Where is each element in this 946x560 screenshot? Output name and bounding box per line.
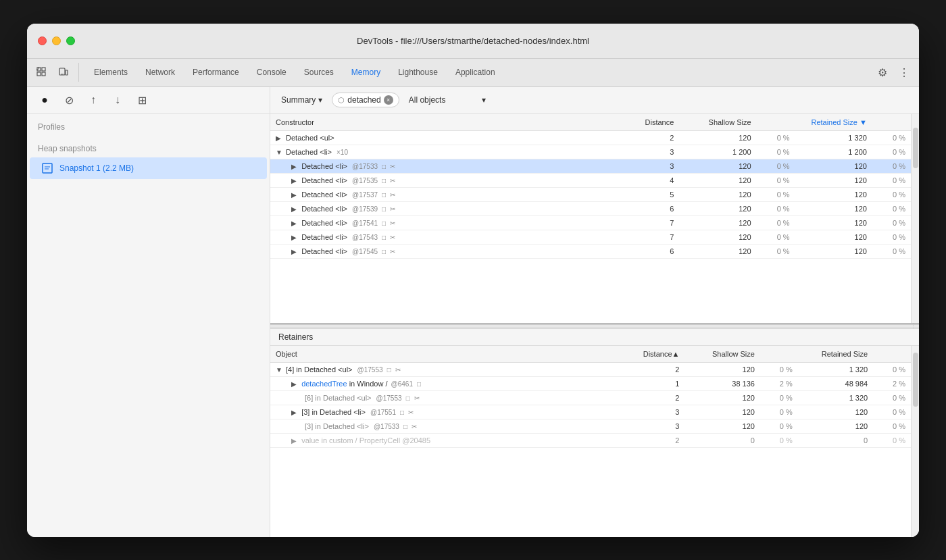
- node-icon: □: [400, 409, 404, 416]
- devtools-window: DevTools - file:///Users/stmarthe/detach…: [27, 24, 919, 537]
- lower-scrollbar-thumb[interactable]: [913, 353, 918, 407]
- expand-arrow[interactable]: ▶: [291, 234, 299, 241]
- node-icon: □: [417, 380, 421, 388]
- lower-table-container[interactable]: Object Distance▲ Shallow Size Retained S…: [270, 346, 911, 537]
- row-object: ▶ [3] in Detached <li> @17551 □ ✂: [270, 405, 609, 419]
- table-row[interactable]: ▶ Detached <li> @17545 □ ✂ 6 120: [270, 244, 911, 258]
- tab-performance[interactable]: Performance: [184, 65, 247, 80]
- table-row[interactable]: ▶ detachedTree in Window / @6461 □ 1 38 …: [270, 376, 911, 390]
- row-distance: 3: [618, 145, 679, 159]
- table-row[interactable]: ▶ [3] in Detached <li> @17551 □ ✂ 3 120: [270, 405, 911, 419]
- summary-dropdown[interactable]: Summary ▾: [276, 93, 328, 107]
- panel-toolbar: Summary ▾ ⬡ detached × All objects ▾: [270, 87, 919, 114]
- row-distance: 3: [618, 159, 679, 173]
- expand-arrow[interactable]: ▶: [276, 134, 284, 142]
- expand-arrow[interactable]: ▶: [291, 248, 299, 255]
- row-shallow-pct: 0 %: [757, 145, 795, 159]
- expand-arrow[interactable]: ▶: [291, 380, 299, 388]
- upper-scrollbar[interactable]: [911, 114, 919, 323]
- filter-close-button[interactable]: ×: [384, 95, 393, 105]
- tab-application[interactable]: Application: [447, 65, 503, 80]
- row-constructor: ▶ Detached <li> @17533 □ ✂: [270, 159, 618, 173]
- row-retained: 0: [798, 433, 874, 447]
- row-shallow: 120: [679, 230, 756, 244]
- row-distance: 3: [609, 405, 685, 419]
- cut-icon: ✂: [390, 205, 395, 213]
- row-shallow-pct: 0 %: [757, 187, 795, 201]
- table-row[interactable]: ▶ Detached <li> @17543 □ ✂ 7 120: [270, 230, 911, 244]
- expand-arrow[interactable]: ▼: [276, 149, 284, 156]
- table-row[interactable]: ▼ Detached <li> ×10 3 1 200 0 % 1 200: [270, 145, 911, 159]
- table-row[interactable]: ▶ Detached <li> @17541 □ ✂ 7 120: [270, 215, 911, 230]
- upper-table-container[interactable]: Constructor Distance Shallow Size Retain…: [270, 114, 911, 303]
- tab-console[interactable]: Console: [249, 65, 295, 80]
- filter-icon: ⬡: [338, 96, 345, 105]
- tab-sources[interactable]: Sources: [296, 65, 342, 80]
- maximize-button[interactable]: [66, 36, 75, 45]
- row-retained: 120: [795, 187, 872, 201]
- row-constructor: ▶ Detached <li> @17535 □ ✂: [270, 173, 618, 187]
- row-shallow: 120: [679, 244, 756, 258]
- expand-arrow[interactable]: ▶: [291, 409, 299, 416]
- tab-elements[interactable]: Elements: [86, 65, 136, 80]
- th-retained-size[interactable]: Retained Size ▼: [795, 114, 872, 131]
- row-object: ▶ value in custom / PropertyCell @20485: [270, 433, 609, 447]
- settings-icon[interactable]: ⚙: [873, 63, 892, 82]
- clear-button[interactable]: ⊘: [59, 91, 78, 109]
- upper-scrollbar-thumb[interactable]: [913, 128, 918, 168]
- snapshot-item[interactable]: Snapshot 1 (2.2 MB): [30, 157, 267, 179]
- filter-icon[interactable]: ⊞: [132, 91, 151, 109]
- ret-link[interactable]: detachedTree: [301, 380, 347, 388]
- table-row[interactable]: ▶ Detached <li> @17537 □ ✂ 5 120: [270, 187, 911, 201]
- table-row[interactable]: ▶ Detached <li> @17533 □ ✂ 3 120: [270, 159, 911, 173]
- row-constructor: ▶ Detached <li> @17543 □ ✂: [270, 230, 618, 244]
- minimize-button[interactable]: [52, 36, 61, 45]
- table-row[interactable]: [3] in Detached <li> @17533 □ ✂ 3 120 0 …: [270, 419, 911, 433]
- all-objects-arrow: ▾: [482, 95, 486, 105]
- row-retained-pct: 0 %: [872, 187, 911, 201]
- save-button[interactable]: ↓: [108, 91, 127, 109]
- row-retained-pct: 0 %: [873, 390, 911, 405]
- inspect-icon[interactable]: [32, 63, 51, 82]
- load-button[interactable]: ↑: [84, 91, 103, 109]
- expand-arrow[interactable]: ▶: [291, 177, 299, 184]
- expand-arrow[interactable]: ▶: [291, 437, 299, 444]
- row-retained-pct: 0 %: [872, 159, 911, 173]
- row-retained-pct: 0 %: [873, 405, 911, 419]
- tab-bar: Elements Network Performance Console Sou…: [27, 59, 919, 87]
- expand-arrow[interactable]: ▶: [291, 191, 299, 199]
- more-options-icon[interactable]: ⋮: [895, 63, 914, 82]
- expand-arrow[interactable]: ▶: [291, 163, 299, 170]
- row-constructor: ▶ Detached <li> @17541 □ ✂: [270, 215, 618, 230]
- heap-snapshots-label: Heap snapshots: [27, 136, 270, 157]
- row-distance: 5: [618, 187, 679, 201]
- close-button[interactable]: [38, 36, 47, 45]
- table-row[interactable]: ▶ Detached <ul> 2 120 0 % 1 320 0 %: [270, 130, 911, 145]
- all-objects-dropdown[interactable]: All objects ▾: [403, 93, 492, 107]
- tab-lighthouse[interactable]: Lighthouse: [390, 65, 446, 80]
- profiles-label: Profiles: [27, 114, 270, 136]
- lower-scrollbar[interactable]: [911, 346, 919, 537]
- row-retained-pct: 0 %: [873, 362, 911, 376]
- table-row[interactable]: ▼ [4] in Detached <ul> @17553 □ ✂ 2 120: [270, 362, 911, 376]
- svg-rect-2: [42, 68, 45, 71]
- expand-arrow[interactable]: ▶: [291, 220, 299, 227]
- table-row[interactable]: [6] in Detached <ul> @17553 □ ✂ 2 120 0 …: [270, 390, 911, 405]
- table-row[interactable]: ▶ Detached <li> @17535 □ ✂ 4 120: [270, 173, 911, 187]
- expand-arrow[interactable]: ▼: [276, 366, 284, 374]
- row-retained: 120: [795, 159, 872, 173]
- table-row[interactable]: ▶ Detached <li> @17539 □ ✂ 6 120: [270, 201, 911, 215]
- retainers-header: Retainers: [270, 328, 919, 346]
- row-constructor: ▶ Detached <li> @17537 □ ✂: [270, 187, 618, 201]
- row-distance: 7: [618, 230, 679, 244]
- node-icon: □: [382, 220, 386, 227]
- row-shallow-pct: 0 %: [757, 244, 795, 258]
- table-row[interactable]: ▶ value in custom / PropertyCell @20485 …: [270, 433, 911, 447]
- row-retained-pct: 0 %: [872, 215, 911, 230]
- record-button[interactable]: ●: [35, 91, 54, 109]
- tab-memory[interactable]: Memory: [343, 65, 389, 80]
- expand-arrow[interactable]: ▶: [291, 205, 299, 213]
- snapshot-icon: [41, 161, 54, 175]
- device-icon[interactable]: [54, 63, 73, 82]
- tab-network[interactable]: Network: [137, 65, 183, 80]
